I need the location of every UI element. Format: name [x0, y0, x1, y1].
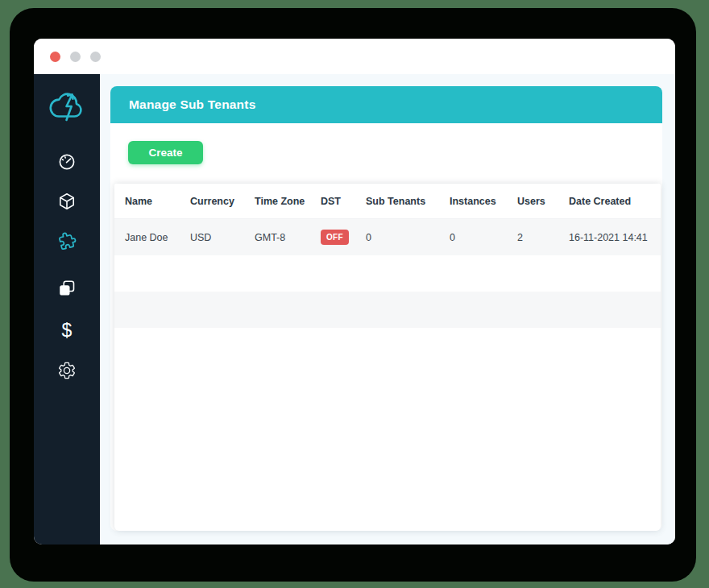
column-header-instances: Instances [450, 196, 517, 207]
cell-time-zone: GMT-8 [255, 232, 321, 243]
create-button[interactable]: Create [128, 141, 203, 164]
sidebar-item-copies[interactable] [34, 279, 100, 298]
column-header-time-zone: Time Zone [255, 196, 321, 207]
cell-currency: USD [190, 232, 255, 243]
titlebar [34, 39, 675, 74]
table-row[interactable]: Jane Doe USD GMT-8 OFF 0 0 2 16-11-2021 … [114, 219, 661, 255]
column-header-currency: Currency [190, 196, 255, 207]
cloud-lightning-icon [48, 88, 86, 126]
main-content: Manage Sub Tenants Create Name Currency … [100, 74, 675, 545]
puzzle-icon [57, 231, 77, 251]
copy-icon [57, 279, 77, 298]
skeleton-row [114, 292, 661, 328]
sidebar-item-plugins[interactable] [34, 231, 100, 251]
speedometer-icon [57, 152, 77, 172]
dollar-icon: $ [62, 319, 73, 342]
cell-name: Jane Doe [125, 232, 190, 243]
column-header-sub-tenants: Sub Tenants [366, 196, 450, 207]
sidebar-item-settings[interactable] [34, 361, 100, 380]
gear-icon [57, 361, 77, 380]
cell-instances: 0 [450, 232, 517, 243]
sidebar-item-dashboard[interactable] [34, 152, 100, 172]
cell-sub-tenants: 0 [366, 232, 450, 243]
close-button[interactable] [50, 52, 60, 62]
table-header-row: Name Currency Time Zone DST Sub Tenants … [114, 184, 661, 219]
cell-users: 2 [517, 232, 569, 243]
column-header-date-created: Date Created [569, 196, 654, 207]
panel-header: Manage Sub Tenants [110, 86, 662, 123]
minimize-button[interactable] [70, 52, 81, 62]
column-header-name: Name [125, 196, 190, 207]
dst-off-badge: OFF [321, 230, 349, 245]
skeleton-row [114, 255, 661, 292]
cell-dst: OFF [321, 230, 366, 245]
app-logo [34, 88, 100, 126]
maximize-button[interactable] [90, 52, 101, 62]
tenants-table: Name Currency Time Zone DST Sub Tenants … [114, 184, 661, 531]
column-header-dst: DST [321, 196, 366, 207]
sidebar: $ [34, 74, 100, 545]
sidebar-item-billing[interactable]: $ [34, 319, 100, 342]
column-header-users: Users [517, 196, 569, 207]
skeleton-row [114, 328, 661, 364]
cell-date-created: 16-11-2021 14:41 [569, 232, 654, 243]
manage-sub-tenants-panel: Manage Sub Tenants Create Name Currency … [110, 86, 662, 531]
app-window: $ Manage Sub Tenants Create Name [34, 39, 675, 545]
page-title: Manage Sub Tenants [129, 97, 255, 112]
cube-icon [57, 192, 77, 211]
sidebar-item-box[interactable] [34, 192, 100, 211]
